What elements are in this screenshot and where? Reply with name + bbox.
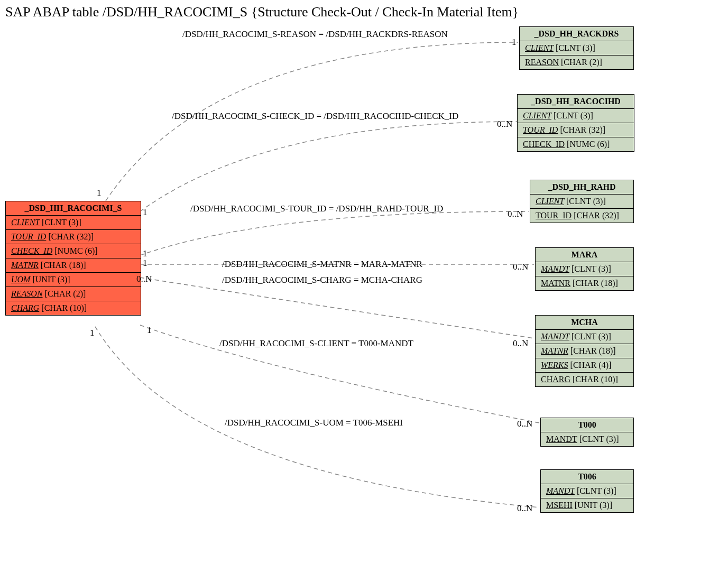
entity-field: CLIENT [CLNT (3)] [530, 195, 633, 209]
entity-header: _DSD_HH_RAHD [530, 180, 633, 195]
entity-field: MATNR [CHAR (18)] [536, 344, 633, 358]
cardinality-left: 1 [97, 188, 102, 198]
entity-field: MANDT [CLNT (3)] [536, 330, 633, 344]
entity-field: REASON [CHAR (2)] [520, 56, 633, 69]
entity-dsd-hh-racocihd: _DSD_HH_RACOCIHD CLIENT [CLNT (3)] TOUR_… [517, 94, 634, 152]
cardinality-right: 0..N [513, 338, 528, 349]
entity-field: CHECK_ID [NUMC (6)] [518, 137, 634, 151]
entity-header: _DSD_HH_RACOCIHD [518, 95, 634, 109]
entity-field: REASON [CHAR (2)] [6, 287, 141, 301]
entity-header: _DSD_HH_RACOCIMI_S [6, 201, 141, 216]
entity-field: MSEHI [UNIT (3)] [541, 498, 633, 512]
entity-field: CLIENT [CLNT (3)] [6, 216, 141, 230]
entity-dsd-hh-racocimi-s: _DSD_HH_RACOCIMI_S CLIENT [CLNT (3)] TOU… [5, 201, 141, 316]
relation-label: /DSD/HH_RACOCIMI_S-REASON = /DSD/HH_RACK… [182, 29, 448, 40]
entity-field: MANDT [CLNT (3)] [536, 262, 633, 276]
page-title: SAP ABAP table /DSD/HH_RACOCIMI_S {Struc… [5, 4, 519, 20]
entity-field: UOM [UNIT (3)] [6, 273, 141, 287]
cardinality-right: 1 [512, 37, 517, 48]
cardinality-left: 1 [143, 207, 148, 218]
entity-t006: T006 MANDT [CLNT (3)] MSEHI [UNIT (3)] [540, 469, 634, 513]
entity-field: MATNR [CHAR (18)] [536, 276, 633, 290]
relation-label: /DSD/HH_RACOCIMI_S-CHARG = MCHA-CHARG [222, 275, 422, 285]
cardinality-left: 0..N [136, 274, 152, 284]
entity-field: CHARG [CHAR (10)] [6, 301, 141, 315]
entity-header: _DSD_HH_RACKDRS [520, 27, 633, 41]
cardinality-right: 0..N [517, 419, 532, 429]
entity-field: CLIENT [CLNT (3)] [520, 41, 633, 56]
entity-header: MCHA [536, 316, 633, 330]
relation-label: /DSD/HH_RACOCIMI_S-UOM = T006-MSEHI [225, 418, 403, 428]
cardinality-left: 1 [90, 328, 95, 338]
relation-label: /DSD/HH_RACOCIMI_S-CLIENT = T000-MANDT [219, 338, 413, 349]
relation-label: /DSD/HH_RACOCIMI_S-CHECK_ID = /DSD/HH_RA… [172, 111, 458, 122]
cardinality-right: 0..N [508, 209, 523, 219]
cardinality-left: 1 [143, 258, 148, 269]
entity-field: TOUR_ID [CHAR (32)] [6, 230, 141, 244]
entity-header: T000 [541, 418, 633, 432]
cardinality-right: 0..N [513, 262, 528, 272]
cardinality-left: 1 [143, 248, 148, 259]
entity-field: TOUR_ID [CHAR (32)] [530, 209, 633, 223]
entity-field: MANDT [CLNT (3)] [541, 432, 633, 446]
entity-field: MANDT [CLNT (3)] [541, 484, 633, 498]
entity-field: TOUR_ID [CHAR (32)] [518, 123, 634, 137]
entity-mara: MARA MANDT [CLNT (3)] MATNR [CHAR (18)] [535, 247, 634, 291]
entity-dsd-hh-rahd: _DSD_HH_RAHD CLIENT [CLNT (3)] TOUR_ID [… [530, 180, 634, 223]
relation-label: /DSD/HH_RACOCIMI_S-TOUR_ID = /DSD/HH_RAH… [190, 204, 443, 214]
entity-t000: T000 MANDT [CLNT (3)] [540, 418, 634, 447]
entity-field: CHARG [CHAR (10)] [536, 373, 633, 386]
cardinality-left: 1 [147, 325, 152, 336]
entity-field: WERKS [CHAR (4)] [536, 358, 633, 373]
entity-header: MARA [536, 248, 633, 262]
relation-label: /DSD/HH_RACOCIMI_S-MATNR = MARA-MATNR [222, 259, 422, 270]
entity-field: MATNR [CHAR (18)] [6, 258, 141, 273]
entity-dsd-hh-rackdrs: _DSD_HH_RACKDRS CLIENT [CLNT (3)] REASON… [519, 26, 634, 70]
cardinality-right: 0..N [517, 503, 532, 514]
entity-field: CHECK_ID [NUMC (6)] [6, 244, 141, 258]
entity-mcha: MCHA MANDT [CLNT (3)] MATNR [CHAR (18)] … [535, 315, 634, 387]
entity-header: T006 [541, 470, 633, 484]
entity-field: CLIENT [CLNT (3)] [518, 109, 634, 123]
cardinality-right: 0..N [497, 119, 512, 130]
